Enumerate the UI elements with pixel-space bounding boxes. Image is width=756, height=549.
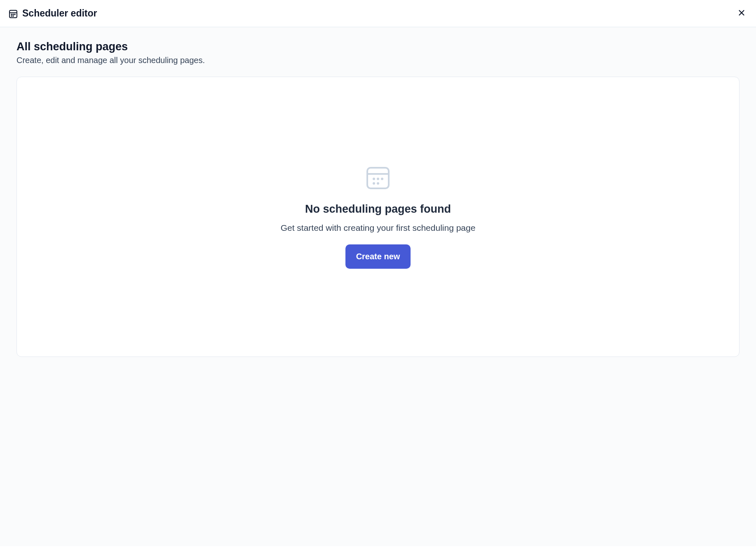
page-subtitle: Create, edit and manage all your schedul…: [16, 56, 740, 65]
empty-state: No scheduling pages found Get started wi…: [281, 165, 476, 269]
header: Scheduler editor: [0, 0, 756, 27]
calendar-icon: [8, 9, 18, 19]
content-card: No scheduling pages found Get started wi…: [16, 77, 740, 357]
header-left: Scheduler editor: [8, 8, 97, 19]
svg-point-12: [377, 178, 379, 180]
svg-point-6: [13, 16, 14, 16]
close-button[interactable]: [735, 7, 748, 20]
svg-point-14: [373, 182, 375, 185]
svg-point-3: [13, 14, 14, 15]
close-icon: [737, 8, 746, 19]
svg-point-13: [381, 178, 383, 180]
empty-state-description: Get started with creating your first sch…: [281, 223, 476, 233]
empty-state-calendar-icon: [365, 165, 391, 193]
svg-point-5: [11, 16, 12, 16]
svg-point-2: [11, 14, 12, 15]
create-new-button[interactable]: Create new: [345, 244, 411, 269]
svg-point-15: [377, 182, 379, 185]
svg-point-4: [14, 14, 15, 15]
main-content: All scheduling pages Create, edit and ma…: [0, 27, 756, 546]
svg-point-11: [373, 178, 375, 180]
header-title: Scheduler editor: [22, 8, 97, 19]
empty-state-title: No scheduling pages found: [305, 203, 451, 216]
page-title: All scheduling pages: [16, 40, 740, 53]
